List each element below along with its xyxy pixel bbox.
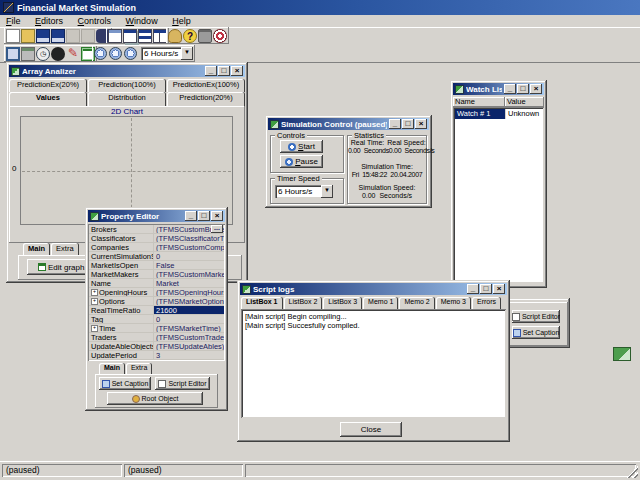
expand-icon[interactable] [91, 289, 98, 296]
toolbar-speed-combo[interactable]: 6 Hours/s ▼ [141, 47, 193, 60]
expand-icon[interactable] [91, 298, 98, 305]
tab-memo2[interactable]: Memo 2 [399, 297, 434, 309]
snapshot-camera-icon[interactable] [198, 29, 212, 43]
fragment-set-caption-button[interactable]: Set Caption [512, 326, 560, 339]
watch-list-window[interactable]: Watch List _ □ × Name Value Watch # 1 Un… [450, 80, 547, 288]
column-header-name[interactable]: Name [453, 97, 505, 107]
timer-pause-icon[interactable] [109, 47, 122, 60]
tab-listbox2[interactable]: ListBox 2 [284, 297, 323, 309]
timer-stop-icon[interactable] [124, 47, 137, 60]
tab-values[interactable]: Values [9, 92, 87, 106]
tab-errors[interactable]: Errors [472, 297, 501, 309]
minimize-button[interactable]: _ [389, 119, 401, 129]
watch-value-cell[interactable]: Unknown [505, 109, 544, 119]
property-editor-title-bar[interactable]: Property Editor _ □ × [88, 210, 225, 222]
clock-icon[interactable]: ◷ [36, 47, 50, 61]
pause-button[interactable]: Pause [280, 155, 323, 168]
script-logs-title-bar[interactable]: Script logs _ □ × [240, 283, 507, 295]
minimize-button[interactable]: _ [185, 211, 197, 221]
thumbs-up-icon[interactable] [168, 29, 182, 43]
controls-groupbox: Controls Start Pause [270, 135, 344, 173]
watch-name-cell[interactable]: Watch # 1 [455, 109, 505, 119]
close-button[interactable]: × [415, 119, 427, 129]
array-analizer-title-bar[interactable]: Array Analizer _ □ × [9, 65, 245, 77]
menu-help[interactable]: Help [166, 15, 197, 27]
help-icon[interactable]: ? [183, 29, 197, 43]
watch-list-row[interactable]: Watch # 1 Unknown [455, 109, 544, 119]
timer-start-icon[interactable] [94, 47, 107, 60]
set-caption-button[interactable]: Set Caption [99, 377, 151, 390]
open-file-icon[interactable] [21, 29, 35, 43]
maximize-button[interactable]: □ [198, 211, 210, 221]
combo-dropdown-icon[interactable]: ▼ [181, 47, 193, 60]
watch-list-grid[interactable]: Watch # 1 Unknown [453, 107, 544, 283]
close-button[interactable]: × [493, 284, 505, 294]
tile-horizontal-icon[interactable] [138, 29, 152, 43]
script-log-listbox[interactable]: [Main script] Begin compiling... [Main s… [241, 309, 506, 418]
tab-main[interactable]: Main [99, 363, 125, 374]
simulation-control-title-bar[interactable]: Simulation Control (paused) _ □ × [268, 118, 429, 130]
start-button[interactable]: Start [280, 140, 323, 153]
simulation-control-window[interactable]: Simulation Control (paused) _ □ × Contro… [265, 115, 432, 208]
menu-window[interactable]: Window [120, 15, 164, 27]
tab-extra[interactable]: Extra [126, 363, 152, 374]
toolbar-tools-group: ◷ ✎ [4, 45, 97, 62]
tab-listbox1[interactable]: ListBox 1 [241, 297, 283, 309]
property-row: NameMarket [89, 279, 224, 288]
property-grid[interactable]: Brokers(TFMSCustomBrokers Classificators… [88, 224, 225, 361]
maximize-button[interactable]: □ [517, 84, 529, 94]
tab-predictionex100[interactable]: PredictionEx(100%) [167, 79, 245, 92]
maximize-button[interactable]: □ [480, 284, 492, 294]
tab-prediction100[interactable]: Prediction(100%) [88, 79, 166, 92]
maximize-button[interactable]: □ [402, 119, 414, 129]
close-dialog-button[interactable]: Close [340, 422, 402, 437]
close-button[interactable]: × [530, 84, 542, 94]
tab-listbox3[interactable]: ListBox 3 [323, 297, 362, 309]
calculator-icon[interactable] [21, 47, 35, 61]
tab-main[interactable]: Main [23, 243, 50, 255]
minimize-button[interactable]: _ [467, 284, 479, 294]
property-row: Time(TFMSMarketTime) [89, 324, 224, 333]
menu-file[interactable]: File [0, 15, 27, 27]
fragment-pane: Script Editor Set Caption [508, 302, 568, 346]
resize-grip[interactable] [626, 466, 638, 478]
expand-icon[interactable] [91, 325, 98, 332]
tab-prediction20[interactable]: Prediction(20%) [167, 92, 245, 106]
tab-predictionex20[interactable]: PredictionEx(20%) [9, 79, 87, 92]
menu-controls[interactable]: Controls [72, 15, 118, 27]
script-logs-window[interactable]: Script logs _ □ × ListBox 1 ListBox 2 Li… [237, 280, 510, 442]
fragment-script-editor-button[interactable]: Script Editor [512, 310, 560, 323]
tab-memo1[interactable]: Memo 1 [363, 297, 398, 309]
combo-dropdown-icon[interactable]: ▼ [321, 185, 333, 198]
selected-property-value[interactable]: 21600 [153, 306, 224, 314]
close-button[interactable]: × [231, 66, 243, 76]
cascade-windows-icon[interactable] [123, 29, 137, 43]
tile-vertical-icon[interactable] [153, 29, 167, 43]
new-file-icon[interactable] [6, 29, 20, 43]
close-button[interactable]: × [211, 211, 223, 221]
minimize-button[interactable]: _ [504, 84, 516, 94]
save-all-icon[interactable] [51, 29, 65, 43]
background-property-window-fragment[interactable]: Script Editor Set Caption [506, 298, 570, 348]
tab-memo3[interactable]: Memo 3 [436, 297, 471, 309]
maximize-button[interactable]: □ [218, 66, 230, 76]
property-editor-window[interactable]: Property Editor _ □ × Brokers(TFMSCustom… [85, 207, 228, 411]
bomb-icon[interactable] [51, 47, 65, 61]
root-object-button[interactable]: Root Object [107, 392, 203, 405]
watch-list-title-bar[interactable]: Watch List _ □ × [453, 83, 544, 95]
monitor-icon[interactable] [6, 47, 20, 61]
menu-editors[interactable]: Editors [29, 15, 69, 27]
darts-icon[interactable] [213, 29, 227, 43]
save-file-icon[interactable] [36, 29, 50, 43]
edit-pencil-icon[interactable]: ✎ [66, 47, 80, 61]
script-editor-button[interactable]: Script Editor [155, 377, 210, 390]
property-editor-bottom-tabs: Main Extra [99, 363, 152, 374]
statistics-group-label: Statistics [352, 131, 386, 140]
watch-table-icon[interactable] [108, 29, 122, 43]
column-header-value[interactable]: Value [505, 97, 544, 107]
tab-extra[interactable]: Extra [51, 243, 79, 255]
ellipsis-button[interactable] [211, 225, 223, 233]
minimize-button[interactable]: _ [205, 66, 217, 76]
timer-speed-combo[interactable]: 6 Hours/s ▼ [275, 185, 333, 198]
tab-distribution[interactable]: Distribution [88, 92, 166, 106]
